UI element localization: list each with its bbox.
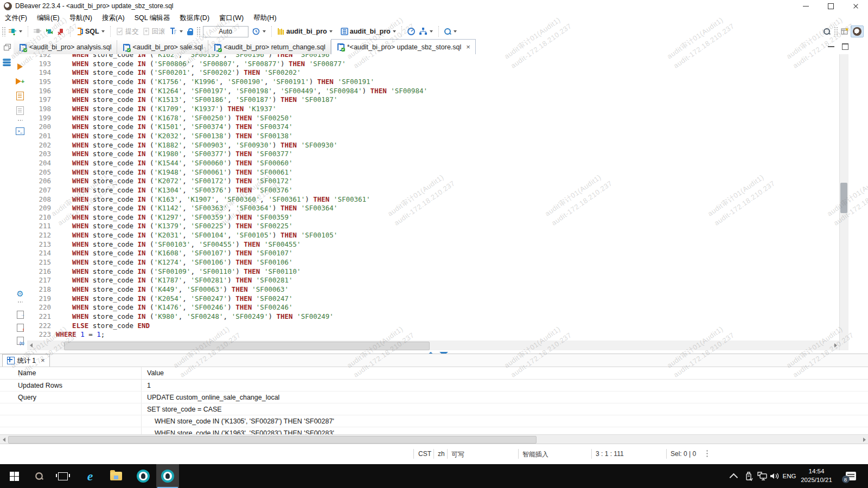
dashboard-button[interactable] [405, 26, 417, 37]
editor-tab[interactable]: *<audit_bi_pro> update_sbz_store.sql× [331, 39, 476, 54]
menu-item[interactable]: 窗口(W) [214, 12, 248, 24]
line-number[interactable]: 220 [27, 303, 51, 312]
scroll-right-arrow[interactable] [860, 435, 868, 445]
stats-row[interactable]: QueryUPDATE custom_online_sale_change_lo… [0, 391, 868, 403]
line-number[interactable]: 214 [27, 249, 51, 258]
line-number[interactable]: 203 [27, 150, 51, 159]
commit-mode-select[interactable]: Auto [203, 26, 248, 37]
code-line-193[interactable]: 193 WHEN store_code IN ('SF00806', 'SF00… [27, 60, 839, 69]
close-button[interactable] [843, 0, 868, 12]
scrollbar-thumb[interactable] [64, 342, 430, 350]
line-number[interactable]: 218 [27, 285, 51, 294]
menu-item[interactable]: 导航(N) [65, 12, 97, 24]
vertical-scrollbar[interactable] [839, 54, 848, 350]
menu-item[interactable]: 帮助(H) [248, 12, 281, 24]
search-button[interactable] [442, 27, 459, 36]
notification-center-button[interactable]: 8 [842, 464, 859, 488]
transaction-history-button[interactable] [250, 26, 269, 37]
taskbar-explorer-button[interactable] [106, 464, 126, 488]
line-number[interactable]: 213 [27, 240, 51, 249]
taskbar-dbeaver-active-button[interactable] [156, 464, 179, 488]
code-line-197[interactable]: 197 WHEN store_code IN ('K1513', 'SF0018… [27, 95, 839, 105]
code-line-192[interactable]: 192 WHEN store_code IN ('K162', 'SF00195… [27, 54, 839, 60]
editor-tab[interactable]: <audit_bi_pro> analysis.sql [14, 40, 117, 54]
code-line-199[interactable]: 199 WHEN store_code IN ('K1678', 'SF0025… [27, 114, 839, 123]
code-line-215[interactable]: 215 WHEN store_code IN ('K1274', 'SF0010… [27, 258, 839, 267]
editor-settings-button[interactable]: ⚙ [16, 289, 24, 298]
tray-language-button[interactable]: ENG [781, 464, 797, 488]
line-number[interactable]: 197 [27, 95, 51, 105]
tray-volume-button[interactable] [767, 464, 782, 488]
open-sql-console-button[interactable]: >_ [16, 127, 24, 136]
line-number[interactable]: 200 [27, 123, 51, 132]
restore-panel-button[interactable] [4, 44, 10, 50]
line-number[interactable]: 210 [27, 213, 51, 222]
code-line-200[interactable]: 200 WHEN store_code IN ('K1501', 'SF0037… [27, 123, 839, 132]
line-number[interactable]: 219 [27, 294, 51, 304]
line-number[interactable]: 208 [27, 195, 51, 204]
line-number[interactable]: 215 [27, 258, 51, 267]
stats-row[interactable]: Updated Rows1 [0, 380, 868, 391]
quick-search-button[interactable] [821, 27, 832, 36]
line-number[interactable]: 205 [27, 168, 51, 177]
database-navigator-button[interactable] [3, 59, 11, 66]
line-number[interactable]: 194 [27, 68, 51, 78]
line-number[interactable]: 201 [27, 132, 51, 141]
transaction-log-button[interactable] [167, 26, 186, 37]
status-insert-mode[interactable]: 智能插入 [522, 450, 548, 459]
code-line-213[interactable]: 213 WHEN store_code IN ('SF00103', 'SF00… [27, 240, 839, 249]
taskbar-ie-button[interactable]: e [80, 464, 100, 488]
tray-usb-button[interactable] [742, 464, 755, 488]
column-header-name[interactable]: Name [0, 369, 141, 377]
open-perspective-button[interactable] [839, 26, 851, 37]
start-button[interactable] [4, 464, 24, 488]
export-result-button[interactable]: → [16, 310, 24, 319]
code-line-209[interactable]: 209 WHEN store_code IN ('K1142', 'SF0036… [27, 204, 839, 213]
menu-item[interactable]: 搜索(A) [97, 12, 130, 24]
code-line-210[interactable]: 210 WHEN store_code IN ('K1297', 'SF0035… [27, 213, 839, 222]
tray-expand-button[interactable] [728, 464, 741, 488]
explain-plan-button[interactable] [16, 106, 24, 115]
execute-new-tab-button[interactable]: + [16, 77, 24, 86]
line-number[interactable]: 198 [27, 105, 51, 114]
code-line-223[interactable]: 223WHERE 1 = 1; [27, 330, 839, 339]
horizontal-scrollbar[interactable] [27, 341, 839, 350]
line-number[interactable]: 221 [27, 312, 51, 322]
line-number[interactable]: 212 [27, 231, 51, 240]
minimize-editor-button[interactable] [828, 46, 834, 47]
maximize-button[interactable] [818, 0, 843, 12]
line-number[interactable]: 199 [27, 114, 51, 123]
menu-item[interactable]: 编辑(E) [32, 12, 65, 24]
schema-select[interactable]: audit_bi_pro [339, 26, 399, 37]
stats-horizontal-scrollbar[interactable] [0, 434, 868, 444]
execute-script-button[interactable] [16, 92, 24, 100]
status-more-icon[interactable] [706, 450, 708, 458]
column-header-value[interactable]: Value [141, 367, 868, 379]
scroll-right-arrow[interactable] [832, 341, 839, 350]
tab-close-icon[interactable]: × [466, 44, 470, 50]
kill-connection-button[interactable] [55, 26, 67, 37]
code-line-214[interactable]: 214 WHEN store_code IN ('K1608', 'SF0010… [27, 249, 839, 258]
code-line-194[interactable]: 194 WHEN store_code IN ('SF00201', 'SF00… [27, 68, 839, 78]
scroll-left-arrow[interactable] [0, 435, 8, 445]
line-number[interactable]: 223 [27, 330, 51, 339]
code-line-216[interactable]: 216 WHEN store_code IN ('SF00109', 'SF00… [27, 267, 839, 277]
code-line-212[interactable]: 212 WHEN store_code IN ('K2031', 'SF0010… [27, 231, 839, 240]
line-number[interactable]: 202 [27, 141, 51, 150]
execute-statement-button[interactable] [16, 62, 24, 71]
code-line-219[interactable]: 219 WHEN store_code IN ('K2054', 'SF0024… [27, 294, 839, 304]
maximize-editor-button[interactable] [842, 43, 848, 50]
scrollbar-thumb[interactable] [8, 436, 537, 444]
code-line-207[interactable]: 207 WHEN store_code IN ('K1304', 'SF0037… [27, 186, 839, 195]
disconnect-button[interactable] [31, 26, 43, 37]
editor-tab[interactable]: <audit_bi_pro> sale.sql [117, 40, 208, 54]
rollback-button[interactable]: 回滚 [141, 26, 167, 37]
scrollbar-thumb[interactable] [840, 183, 847, 213]
line-number[interactable]: 211 [27, 222, 51, 231]
code-line-204[interactable]: 204 WHEN store_code IN ('K1544', 'SF0006… [27, 159, 839, 168]
code-line-205[interactable]: 205 WHEN store_code IN ('K1948', 'SF0006… [27, 168, 839, 177]
reconnect-button[interactable] [43, 26, 55, 37]
scroll-left-arrow[interactable] [27, 341, 35, 350]
minimize-button[interactable] [793, 0, 818, 12]
taskbar-clock[interactable]: 14:54 2025/10/21 [796, 467, 837, 484]
